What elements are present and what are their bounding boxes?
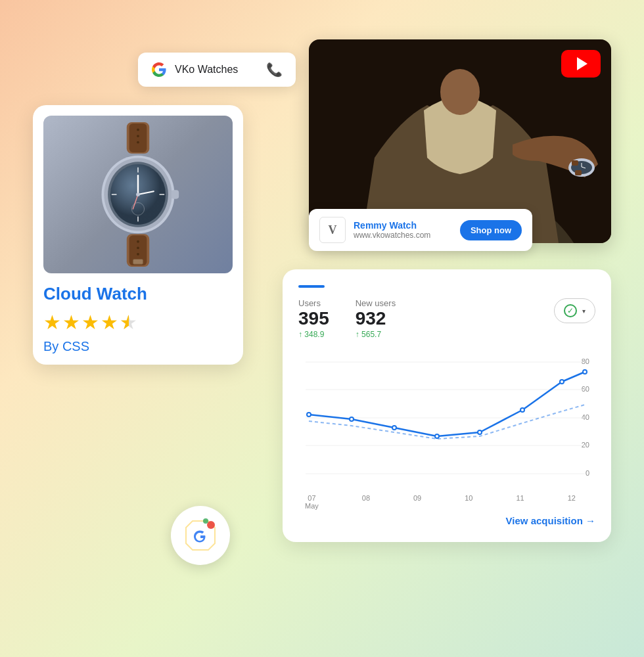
ad-brand-name: Remmy Watch xyxy=(354,220,452,231)
new-users-value: 932 xyxy=(356,309,396,328)
x-label-09: 09 xyxy=(413,494,421,510)
svg-point-22 xyxy=(137,240,139,243)
analytics-metrics: Users 395 ↑ 348.9 New users 932 ↑ 565.7 … xyxy=(298,298,595,339)
chart-x-labels: 07May 08 09 10 11 12 xyxy=(298,494,595,510)
new-users-metric: New users 932 ↑ 565.7 xyxy=(356,298,396,339)
google-business-card[interactable]: VKo Watches 📞 xyxy=(138,53,296,87)
svg-point-50 xyxy=(520,408,524,412)
svg-text:60: 60 xyxy=(582,385,589,393)
google-shopping-icon xyxy=(181,516,220,555)
chart-svg: 80 60 40 20 0 xyxy=(298,352,595,484)
svg-rect-7 xyxy=(172,190,179,198)
x-label-11: 11 xyxy=(516,494,524,510)
x-label-10: 10 xyxy=(465,494,472,510)
svg-point-4 xyxy=(137,141,139,144)
dropdown-arrow-icon: ▾ xyxy=(582,307,586,315)
analytics-card: Users 395 ↑ 348.9 New users 932 ↑ 565.7 … xyxy=(283,269,611,542)
new-users-label: New users xyxy=(356,298,396,308)
product-brand: By CSS xyxy=(43,339,233,354)
ad-text-area: Remmy Watch www.vkowatches.com xyxy=(354,220,452,240)
svg-point-3 xyxy=(137,135,139,137)
ad-url: www.vkowatches.com xyxy=(354,231,452,240)
users-change: ↑ 348.9 xyxy=(298,330,329,339)
svg-point-49 xyxy=(478,430,482,434)
star-1: ★ xyxy=(43,311,61,334)
checkmark-icon: ✓ xyxy=(567,306,574,315)
shop-now-button[interactable]: Shop now xyxy=(460,220,522,240)
svg-point-28 xyxy=(440,69,480,115)
google-shopping-badge[interactable] xyxy=(171,506,230,565)
svg-text:0: 0 xyxy=(586,469,589,477)
svg-point-54 xyxy=(203,518,208,524)
svg-point-52 xyxy=(583,370,587,374)
star-3: ★ xyxy=(81,311,99,334)
youtube-play-button[interactable] xyxy=(561,50,601,78)
analytics-dropdown[interactable]: ✓ ▾ xyxy=(554,298,595,323)
google-logo-icon xyxy=(151,62,167,78)
users-label: Users xyxy=(298,298,329,308)
product-title: Cloud Watch xyxy=(43,284,233,304)
svg-point-51 xyxy=(560,380,564,384)
svg-rect-33 xyxy=(572,160,578,166)
svg-point-24 xyxy=(137,253,139,256)
main-container: VKo Watches 📞 xyxy=(33,39,611,618)
svg-point-23 xyxy=(137,246,139,249)
svg-point-48 xyxy=(435,434,439,438)
users-metric: Users 395 ↑ 348.9 xyxy=(298,298,329,339)
users-value: 395 xyxy=(298,309,329,328)
phone-icon[interactable]: 📞 xyxy=(266,62,283,78)
ad-logo: V xyxy=(319,217,346,243)
svg-rect-1 xyxy=(129,124,147,152)
play-triangle-icon xyxy=(577,57,587,70)
watch-illustration xyxy=(79,122,197,267)
view-acquisition-link[interactable]: View acquisition → xyxy=(298,515,595,526)
svg-point-19 xyxy=(136,193,140,196)
svg-rect-25 xyxy=(133,260,143,265)
svg-text:20: 20 xyxy=(582,441,589,449)
new-users-change: ↑ 565.7 xyxy=(356,330,396,339)
star-4: ★ xyxy=(101,311,118,334)
analytics-top-bar xyxy=(298,285,325,288)
svg-rect-34 xyxy=(575,170,582,175)
svg-point-2 xyxy=(137,129,139,131)
analytics-chart: 80 60 40 20 0 xyxy=(298,352,595,484)
x-label-07: 07May xyxy=(305,494,319,510)
check-circle-icon: ✓ xyxy=(564,304,577,317)
svg-text:40: 40 xyxy=(582,413,589,421)
star-2: ★ xyxy=(62,311,80,334)
svg-point-53 xyxy=(207,521,215,529)
product-image xyxy=(43,116,233,273)
x-label-12: 12 xyxy=(568,494,576,510)
business-name: VKo Watches xyxy=(175,64,258,76)
product-card: Cloud Watch ★ ★ ★ ★ ★ ★ By CSS xyxy=(33,105,243,365)
product-rating: ★ ★ ★ ★ ★ ★ xyxy=(43,311,233,334)
youtube-ad-overlay: V Remmy Watch www.vkowatches.com Shop no… xyxy=(309,209,532,251)
x-label-08: 08 xyxy=(362,494,370,510)
svg-point-45 xyxy=(307,413,311,417)
svg-text:80: 80 xyxy=(582,357,589,365)
star-5-empty: ★ ★ xyxy=(120,311,137,334)
svg-point-47 xyxy=(392,426,396,430)
svg-point-46 xyxy=(350,417,354,421)
